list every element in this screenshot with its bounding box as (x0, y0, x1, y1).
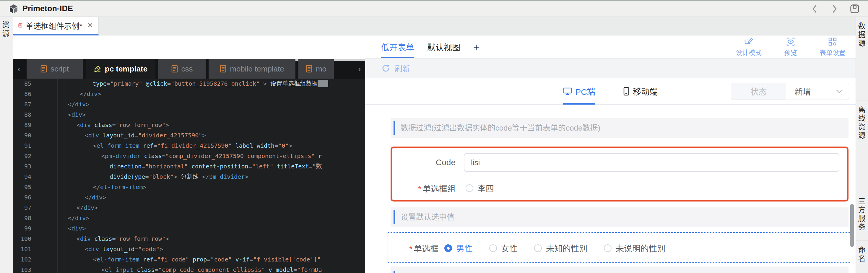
selected-radio-component[interactable]: *单选框 男性女性未知的性别未说明的性别 (388, 232, 850, 263)
section-default-value: 设置默认选中值 (391, 207, 848, 227)
nav-forward-icon[interactable] (830, 4, 840, 14)
section-data-filter: 数据过滤(过滤出数据实体的code等于当前表单的code数据) (391, 118, 848, 138)
code-line-88: 88<div> (13, 110, 365, 120)
highlighted-filter-group: Code lisi *单选框组 李四 (391, 147, 848, 202)
editor-tab-mo[interactable]: mo (299, 59, 334, 79)
editor-tab-mobile-template[interactable]: mobile template (209, 59, 296, 79)
code-line-90: 90<div layout_id="divider_42157590"> (13, 130, 365, 141)
form-area: 数据过滤(过滤出数据实体的code等于当前表单的code数据) Code lis… (365, 118, 856, 273)
add-view-button[interactable]: + (473, 35, 479, 58)
right-rail-item[interactable]: 数据源 (856, 17, 868, 100)
section-accent-bar (394, 121, 395, 135)
save-icon[interactable] (850, 4, 860, 14)
tab-mobile-view[interactable]: 移动端 (623, 78, 658, 104)
status-current-value: 新增 (795, 85, 811, 97)
tab-pc-view[interactable]: PC端 (563, 78, 595, 104)
refresh-icon[interactable] (381, 63, 391, 73)
code-line-89: 89<div class="row form_row"> (13, 120, 365, 130)
radio-unchecked-icon[interactable] (466, 184, 473, 192)
preview-label: 预览 (784, 47, 797, 57)
radio-group-option[interactable]: 李四 (466, 182, 494, 194)
tab-pc-view-label: PC端 (576, 85, 595, 97)
code-line-91: 91<el-form-item ref="fi_divider_42157590… (13, 141, 365, 151)
status-select-value[interactable]: 新增 (786, 83, 849, 99)
form-settings-icon (828, 37, 837, 46)
gender-radio-option-label: 未知的性别 (546, 242, 587, 254)
chevron-down-icon (836, 89, 843, 93)
code-editor: scriptpc templatecssmobile templatemo ‹ … (13, 59, 365, 273)
right-sidebar: 数据源离线资源三方服务命名Sql (856, 17, 868, 273)
nav-back-icon[interactable] (809, 4, 819, 14)
editor-tab-css[interactable]: css (158, 59, 206, 79)
close-tab-icon[interactable]: ✕ (87, 21, 93, 30)
document-tab-strip: 单选框组件示例* ✕ (13, 17, 856, 35)
tab-lowcode-form[interactable]: 低开表单 (381, 35, 414, 58)
code-line-95: 95</el-form-item> (13, 182, 365, 192)
required-asterisk: * (409, 244, 412, 253)
tab-default-view[interactable]: 默认视图 (427, 35, 460, 58)
radio-group-option-label: 李四 (477, 182, 494, 194)
panel-scrollbar-thumb[interactable] (850, 204, 854, 247)
form-settings-button[interactable]: 表单设置 (818, 37, 847, 57)
right-rail-item[interactable]: 离线资源 (856, 100, 868, 192)
tab-radio-component-example[interactable]: 单选框组件示例* ✕ (13, 17, 99, 35)
gender-radio-option-label: 未说明的性别 (616, 242, 665, 254)
left-rail-item[interactable]: 资源 (0, 17, 13, 56)
app-title: Primeton-IDE (23, 4, 73, 13)
panel-tab-bar: 低开表单 默认视图 + 设计模式 (365, 35, 856, 59)
right-rail-item[interactable]: 三方服务 (856, 192, 868, 241)
doc-tab-label: 单选框组件示例* (26, 20, 83, 31)
preview-button[interactable]: 预览 (776, 37, 805, 57)
code-line-101: 101<div layout_id="code"> (13, 244, 365, 254)
code-line-93: 93direction="horizontal" content-positio… (13, 161, 365, 172)
code-line-86: 86</div> (13, 89, 365, 99)
editor-tab-pc-template[interactable]: pc template (86, 59, 155, 79)
gender-radio-option[interactable]: 女性 (489, 242, 518, 254)
radio-unchecked-icon[interactable] (604, 244, 612, 252)
editor-tab-script[interactable]: script (27, 59, 83, 79)
design-mode-button[interactable]: 设计模式 (735, 37, 763, 57)
code-line-87: 87</div> (13, 99, 365, 110)
radio-unchecked-icon[interactable] (534, 244, 542, 252)
form-file-icon (18, 21, 22, 30)
code-input[interactable]: lisi (464, 153, 839, 172)
add-view-label: + (473, 41, 479, 53)
radio-group-field-label: *单选框组 (392, 182, 456, 194)
design-mode-label: 设计模式 (736, 47, 762, 57)
title-bar: Primeton-IDE (0, 0, 868, 17)
code-field-label: Code (392, 158, 456, 167)
tabs-scroll-right-icon[interactable]: › (353, 59, 365, 79)
tab-lowcode-form-label: 低开表单 (381, 41, 414, 53)
design-mode-icon (744, 37, 753, 46)
gender-radio-option[interactable]: 未说明的性别 (604, 242, 665, 254)
gender-radio-option[interactable]: 未知的性别 (534, 242, 587, 254)
code-line-99: 99<div> (13, 223, 365, 234)
radio-checked-icon[interactable] (444, 244, 452, 252)
code-input-value: lisi (471, 158, 480, 167)
radio-unchecked-icon[interactable] (489, 244, 497, 252)
preview-eye-icon (786, 37, 795, 46)
code-line-85: 85type="primary" @click="button_51958276… (13, 79, 365, 89)
code-line-94: 94divideType="block"> 分割线 </pm-divider> (13, 172, 365, 182)
left-sidebar: 资源 (0, 17, 13, 273)
primeton-ide-window: Primeton-IDE 单选框组件示例* ✕ (0, 0, 868, 273)
section-next-partial (391, 267, 848, 273)
form-settings-label: 表单设置 (819, 47, 845, 57)
refresh-button[interactable]: 刷新 (395, 63, 410, 73)
code-area[interactable]: 85type="primary" @click="button_51958276… (13, 79, 365, 273)
editor-tab-bar: scriptpc templatecssmobile templatemo ‹ … (13, 59, 365, 79)
status-select[interactable]: 状态 新增 (731, 83, 849, 100)
code-line-103: 103<el-input class="comp_code component-… (13, 265, 365, 273)
code-line-102: 102<el-form-item ref="fi_code" prop="cod… (13, 254, 365, 265)
code-line-96: 96</div> (13, 192, 365, 203)
section-data-filter-title: 数据过滤(过滤出数据实体的code等于当前表单的code数据) (401, 118, 600, 138)
right-rail-item[interactable]: 命名Sql (856, 241, 868, 273)
code-line-100: 100<div class="row form_row"> (13, 234, 365, 244)
form-designer-panel: 低开表单 默认视图 + 设计模式 (365, 35, 856, 273)
tabs-scroll-left-icon[interactable]: ‹ (13, 59, 25, 79)
section-accent-bar (394, 271, 395, 273)
code-line-98: 98</div> (13, 213, 365, 223)
gender-radio-option[interactable]: 男性 (444, 242, 473, 254)
required-asterisk: * (418, 184, 421, 193)
code-line-97: 97</div> (13, 203, 365, 213)
